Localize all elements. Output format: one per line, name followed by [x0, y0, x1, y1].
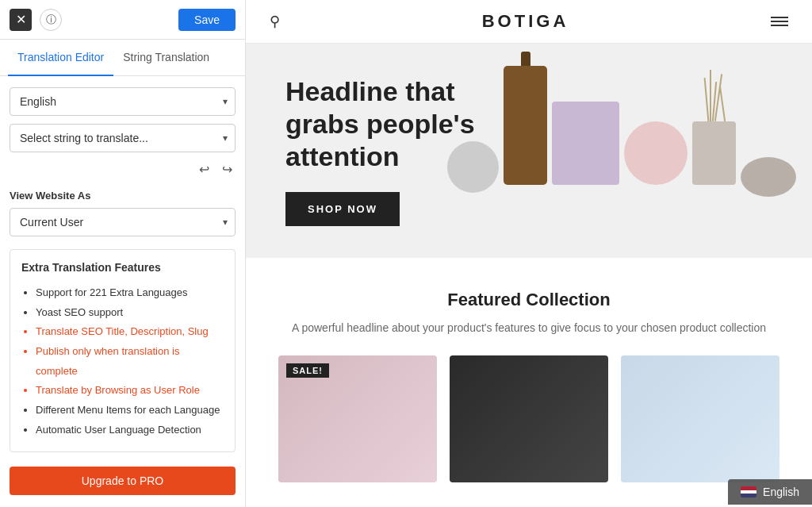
feature-list-item: Different Menu Items for each Language — [36, 401, 224, 421]
featured-section: Featured Collection A powerful headline … — [246, 258, 812, 498]
close-button[interactable]: ✕ — [10, 9, 32, 31]
product-card-img-1: SALE! — [278, 355, 437, 482]
feature-list-item: Support for 221 Extra Languages — [36, 283, 224, 303]
panel-content: English French Spanish German Select str… — [0, 76, 245, 507]
tabs: Translation Editor String Translation — [0, 40, 245, 76]
featured-subtitle: A powerful headline about your product's… — [291, 320, 767, 336]
product-card-1: SALE! — [278, 355, 437, 482]
language-bar[interactable]: English — [728, 479, 812, 505]
hero-banner: Headline that grabs people's attention S… — [246, 44, 812, 258]
left-panel: ✕ ⓘ Save Translation Editor String Trans… — [0, 0, 246, 507]
view-as-title: View Website As — [10, 190, 236, 202]
hero-headline: Headline that grabs people's attention — [285, 75, 523, 172]
upgrade-button[interactable]: Upgrade to PRO — [10, 467, 236, 495]
menu-line-3 — [771, 25, 788, 26]
hero-text: Headline that grabs people's attention S… — [285, 75, 523, 225]
string-select-wrapper: Select string to translate... — [10, 124, 236, 152]
feature-list-item: Translate by Browsing as User Role — [36, 381, 224, 401]
tab-translation-editor[interactable]: Translation Editor — [8, 40, 113, 76]
extra-features-title: Extra Translation Features — [21, 261, 224, 274]
search-icon[interactable]: ⚲ — [270, 13, 280, 30]
flag-icon — [741, 486, 756, 497]
string-select[interactable]: Select string to translate... — [10, 124, 236, 152]
view-as-select[interactable]: Current User Visitor Admin — [10, 208, 236, 236]
extra-features-section: Extra Translation Features Support for 2… — [10, 249, 236, 452]
top-bar: ✕ ⓘ Save — [0, 0, 245, 40]
save-button[interactable]: Save — [178, 9, 236, 31]
store-logo: BOTIGA — [482, 11, 569, 32]
product-card-img-2 — [450, 355, 608, 482]
menu-line-2 — [771, 21, 788, 22]
view-as-select-wrapper: Current User Visitor Admin — [10, 208, 236, 236]
info-button[interactable]: ⓘ — [40, 9, 62, 31]
redo-button[interactable]: ↪ — [219, 160, 236, 179]
undo-redo-bar: ↩ ↪ — [10, 160, 236, 179]
menu-line-1 — [771, 17, 788, 18]
product-card-3 — [621, 355, 779, 482]
tab-string-translation[interactable]: String Translation — [113, 40, 219, 76]
sale-badge-1: SALE! — [286, 363, 329, 378]
featured-title: Featured Collection — [270, 290, 788, 310]
product-card-img-3 — [621, 355, 779, 482]
product-round-jar — [624, 121, 688, 185]
product-card-2 — [450, 355, 608, 482]
store-nav: ⚲ BOTIGA — [246, 0, 812, 44]
product-jar-pink — [552, 102, 619, 185]
hero-cta-button[interactable]: SHOP NOW — [285, 192, 400, 226]
feature-list-item: Yoast SEO support — [36, 303, 224, 323]
language-select-wrapper: English French Spanish German — [10, 87, 236, 116]
language-label: English — [763, 486, 799, 498]
product-cards: SALE! — [270, 355, 788, 482]
feature-list-item: Automatic User Language Detection — [36, 421, 224, 440]
undo-button[interactable]: ↩ — [196, 160, 213, 179]
product-diffuser — [692, 74, 736, 185]
hamburger-menu[interactable] — [771, 17, 788, 26]
view-website-as-section: View Website As Current User Visitor Adm… — [10, 190, 236, 236]
right-panel: ⚲ BOTIGA Headline that grabs people's at… — [246, 0, 812, 507]
feature-list-item: Translate SEO Title, Description, Slug — [36, 322, 224, 342]
language-select[interactable]: English French Spanish German — [10, 87, 236, 116]
product-metal-jar — [741, 157, 796, 197]
feature-list-item: Publish only when translation is complet… — [36, 342, 224, 381]
features-list: Support for 221 Extra LanguagesYoast SEO… — [21, 283, 224, 440]
